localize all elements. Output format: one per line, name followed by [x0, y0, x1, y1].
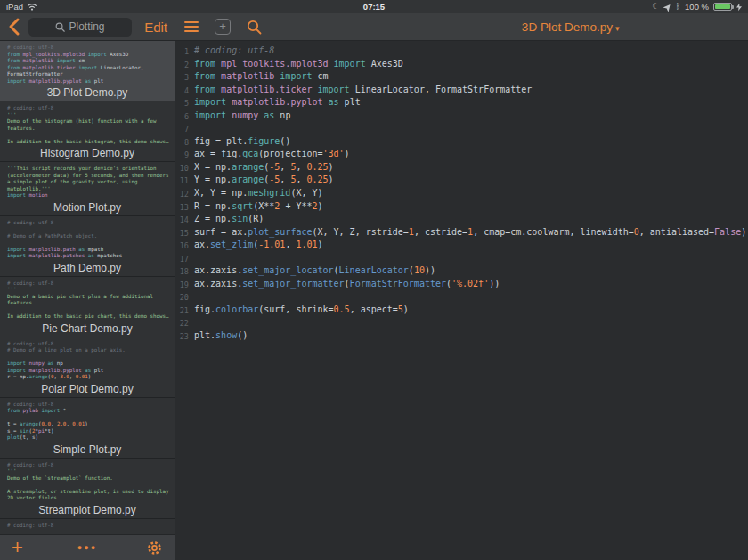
code-line[interactable]: 4from matplotlib.ticker import LinearLoc…	[175, 84, 748, 97]
code-line[interactable]: 15surf = ax.plot_surface(X, Y, Z, rstrid…	[175, 226, 748, 239]
line-number: 10	[175, 161, 189, 174]
line-number: 5	[175, 96, 189, 110]
file-title: Polar Plot Demo.py	[7, 383, 167, 396]
menu-hamburger-button[interactable]	[184, 21, 199, 32]
editor-toolbar: + 3D Plot Demo.py▾	[175, 13, 748, 41]
code-line[interactable]: 22	[175, 316, 748, 329]
code-line[interactable]: 3from matplotlib import cm	[175, 70, 748, 84]
line-number: 8	[175, 135, 189, 149]
code-line[interactable]: 8fig = plt.figure()	[175, 135, 748, 149]
file-preview: # coding: utf-8'''Demo of the histogram …	[7, 105, 167, 145]
line-number: 19	[175, 278, 189, 291]
line-number: 6	[175, 110, 189, 123]
search-icon	[55, 22, 65, 32]
code-text: X = np.arange(-5, 5, 0.25)	[194, 161, 334, 174]
search-input[interactable]: Plotting	[28, 18, 132, 37]
settings-gear-button[interactable]	[146, 540, 163, 556]
line-number: 14	[175, 213, 189, 226]
line-number: 23	[175, 329, 189, 343]
line-number: 17	[175, 252, 189, 265]
file-preview: '''This script records your device's ori…	[7, 166, 167, 199]
new-file-button[interactable]: +	[215, 19, 231, 35]
file-preview: # coding: utf-8'''Demo of the `streamplo…	[7, 462, 167, 502]
code-line[interactable]: 6import numpy as np	[175, 110, 748, 123]
code-line[interactable]: 10X = np.arange(-5, 5, 0.25)	[175, 161, 748, 174]
line-number: 15	[175, 226, 189, 239]
document-title: 3D Plot Demo.py	[522, 20, 613, 34]
code-line[interactable]: 5import matplotlib.pyplot as plt	[175, 96, 748, 110]
code-text: plt.show()	[194, 329, 248, 343]
file-title: Pie Chart Demo.py	[7, 322, 167, 336]
code-line[interactable]: 7	[175, 122, 748, 135]
code-line[interactable]: 17	[175, 252, 748, 265]
code-line[interactable]: 23plt.show()	[175, 329, 748, 343]
file-list-item[interactable]: # coding: utf-8# Demo of a line plot on …	[0, 337, 175, 398]
code-text: ax = fig.gca(projection='3d')	[194, 148, 350, 161]
code-line[interactable]: 21fig.colorbar(surf, shrink=0.5, aspect=…	[175, 304, 748, 317]
document-title-dropdown[interactable]: 3D Plot Demo.py▾	[522, 20, 620, 34]
file-list-item[interactable]: # coding: utf-8'''Demo of the histogram …	[0, 101, 175, 162]
file-list-item[interactable]: # coding: utf-8 # Demo of a PathPatch ob…	[0, 216, 175, 277]
code-line[interactable]: 9ax = fig.gca(projection='3d')	[175, 148, 748, 161]
code-line[interactable]: 18ax.zaxis.set_major_locator(LinearLocat…	[175, 264, 748, 278]
chevron-down-icon: ▾	[615, 24, 620, 33]
line-number: 11	[175, 174, 189, 187]
code-text: from matplotlib.ticker import LinearLoca…	[194, 84, 532, 97]
file-list-item[interactable]: # coding: utf-8from pylab import * t = a…	[0, 398, 175, 459]
line-number: 18	[175, 264, 189, 278]
line-number: 13	[175, 200, 189, 214]
file-preview: # coding: utf-8# Demo of a line plot on …	[7, 341, 167, 381]
file-preview: # coding: utf-8 # Simple demo with multi…	[7, 523, 167, 535]
screen: iPad 07:15 ☾ ᛒ 100 %	[0, 0, 748, 560]
code-line[interactable]: 16ax.set_zlim(-1.01, 1.01)	[175, 239, 748, 252]
code-text: Y = np.arange(-5, 5, 0.25)	[194, 174, 334, 187]
line-number: 20	[175, 290, 189, 304]
back-button[interactable]	[7, 17, 21, 37]
line-number: 21	[175, 304, 189, 317]
bluetooth-icon: ᛒ	[676, 3, 680, 11]
file-list: # coding: utf-8from mpl_toolkits.mplot3d…	[0, 41, 175, 534]
status-bar: iPad 07:15 ☾ ᛒ 100 %	[0, 0, 748, 13]
code-line[interactable]: 13R = np.sqrt(X**2 + Y**2)	[175, 200, 748, 214]
file-list-item[interactable]: # coding: utf-8 # Simple demo with multi…	[0, 519, 175, 535]
file-title: Streamplot Demo.py	[7, 504, 167, 517]
code-line[interactable]: 12X, Y = np.meshgrid(X, Y)	[175, 187, 748, 200]
file-list-item[interactable]: '''This script records your device's ori…	[0, 162, 175, 216]
file-title: Path Demo.py	[7, 262, 167, 275]
file-title: 3D Plot Demo.py	[7, 86, 167, 100]
file-list-item[interactable]: # coding: utf-8from mpl_toolkits.mplot3d…	[0, 41, 175, 101]
code-text: import matplotlib.pyplot as plt	[194, 96, 361, 110]
file-preview: # coding: utf-8'''Demo of a basic pie ch…	[7, 280, 167, 321]
line-number: 12	[175, 187, 189, 200]
code-line[interactable]: 2from mpl_toolkits.mplot3d import Axes3D	[175, 58, 748, 71]
code-text: ax.zaxis.set_major_formatter(FormatStrFo…	[194, 278, 500, 291]
code-line[interactable]: 1# coding: utf-8	[175, 45, 748, 58]
line-number: 2	[175, 58, 189, 71]
code-line[interactable]: 20	[175, 290, 748, 304]
sidebar-toolbar: + ●●●	[0, 534, 175, 560]
do-not-disturb-moon-icon: ☾	[653, 3, 660, 11]
code-text: ax.zaxis.set_major_locator(LinearLocator…	[194, 264, 435, 278]
line-number: 9	[175, 148, 189, 161]
code-text: fig.colorbar(surf, shrink=0.5, aspect=5)	[194, 304, 409, 317]
line-number: 4	[175, 84, 189, 97]
code-editor[interactable]: 1# coding: utf-82from mpl_toolkits.mplot…	[175, 41, 748, 560]
code-line[interactable]: 14Z = np.sin(R)	[175, 213, 748, 226]
edit-button[interactable]: Edit	[144, 20, 167, 35]
file-list-item[interactable]: # coding: utf-8'''Demo of the `streamplo…	[0, 459, 175, 519]
code-line[interactable]: 19ax.zaxis.set_major_formatter(FormatStr…	[175, 278, 748, 291]
file-list-item[interactable]: # coding: utf-8'''Demo of a basic pie ch…	[0, 277, 175, 337]
file-preview: # coding: utf-8from pylab import * t = a…	[7, 402, 167, 442]
file-preview: # coding: utf-8from mpl_toolkits.mplot3d…	[7, 45, 167, 85]
code-text: from mpl_toolkits.mplot3d import Axes3D	[194, 58, 403, 71]
charging-bolt-icon	[736, 3, 742, 12]
code-text: surf = ax.plot_surface(X, Y, Z, rstride=…	[194, 226, 746, 239]
file-title: Simple Plot.py	[7, 443, 167, 457]
code-line[interactable]: 11Y = np.arange(-5, 5, 0.25)	[175, 174, 748, 187]
editor-search-button[interactable]	[247, 20, 262, 35]
code-text: R = np.sqrt(X**2 + Y**2)	[194, 200, 323, 214]
line-number: 22	[175, 316, 189, 329]
file-title: Histogram Demo.py	[7, 147, 167, 160]
file-title: Motion Plot.py	[7, 201, 167, 215]
code-text: Z = np.sin(R)	[194, 213, 264, 226]
